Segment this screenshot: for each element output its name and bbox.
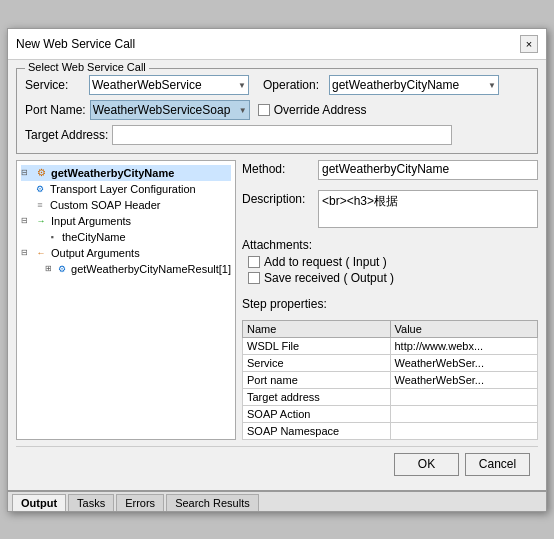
bottom-tabs: Output Tasks Errors Search Results <box>8 490 546 511</box>
table-cell-name: SOAP Action <box>243 405 391 422</box>
table-row: Target address <box>243 388 538 405</box>
operation-combo-value: getWeatherbyCityName <box>332 78 496 92</box>
soap-icon: ≡ <box>33 198 47 212</box>
target-row: Target Address: <box>25 125 529 145</box>
tree-item-output-args[interactable]: ⊟ ← Output Arguments <box>21 245 231 261</box>
col-value-header: Value <box>390 320 538 337</box>
result-icon: ⚙ <box>56 262 68 276</box>
service-label: Service: <box>25 78 85 92</box>
attachments-section: Attachments: Add to request ( Input ) Sa… <box>242 238 538 287</box>
ok-button[interactable]: OK <box>394 453 459 476</box>
tree-item-label: getWeatherbyCityNameResult[1] <box>71 263 231 275</box>
target-address-input[interactable] <box>112 125 452 145</box>
table-cell-value <box>390 405 538 422</box>
save-received-row: Save received ( Output ) <box>248 271 538 285</box>
arg-icon: → <box>34 214 48 228</box>
tree-item-input-args[interactable]: ⊟ → Input Arguments <box>21 213 231 229</box>
port-row: Port Name: WeatherWebServiceSoap ▼ Overr… <box>25 100 529 120</box>
table-cell-value <box>390 388 538 405</box>
port-label: Port Name: <box>25 103 86 117</box>
expand-icon: ⊟ <box>21 248 31 257</box>
operation-combo[interactable]: getWeatherbyCityName ▼ <box>329 75 499 95</box>
table-cell-name: Target address <box>243 388 391 405</box>
table-row: SOAP Action <box>243 405 538 422</box>
operation-combo-arrow-icon: ▼ <box>488 80 496 89</box>
description-label: Description: <box>242 190 314 206</box>
dialog-title: New Web Service Call <box>16 37 135 51</box>
service-combo-arrow-icon: ▼ <box>238 80 246 89</box>
table-cell-value: WeatherWebSer... <box>390 354 538 371</box>
target-label: Target Address: <box>25 128 108 142</box>
dialog-body: Select Web Service Call Service: Weather… <box>8 60 546 490</box>
main-content: ⊟ ⚙ getWeatherbyCityName ⚙ Transport Lay… <box>16 160 538 440</box>
leaf-icon: ▪ <box>45 230 59 244</box>
service-combo-value: WeatherWebService <box>92 78 246 92</box>
table-row: Port name WeatherWebSer... <box>243 371 538 388</box>
out-arg-icon: ← <box>34 246 48 260</box>
table-row: Service WeatherWebSer... <box>243 354 538 371</box>
save-received-checkbox[interactable] <box>248 272 260 284</box>
method-row: Method: getWeatherbyCityName <box>242 160 538 180</box>
table-cell-name: Port name <box>243 371 391 388</box>
dialog-footer: OK Cancel <box>16 446 538 482</box>
operation-group: Operation: getWeatherbyCityName ▼ <box>263 75 499 95</box>
group-label: Select Web Service Call <box>25 61 149 73</box>
table-row: SOAP Namespace <box>243 422 538 439</box>
override-checkbox[interactable] <box>258 104 270 116</box>
table-cell-name: Service <box>243 354 391 371</box>
service-row: Service: WeatherWebService ▼ Operation: … <box>25 75 529 95</box>
tree-item-label: Input Arguments <box>51 215 131 227</box>
port-combo-value: WeatherWebServiceSoap <box>93 103 247 117</box>
tree-root[interactable]: ⊟ ⚙ getWeatherbyCityName <box>21 165 231 181</box>
col-name-header: Name <box>243 320 391 337</box>
expand-icon: ⊟ <box>21 216 31 225</box>
title-bar: New Web Service Call × <box>8 29 546 60</box>
add-request-checkbox[interactable] <box>248 256 260 268</box>
method-value: getWeatherbyCityName <box>318 160 538 180</box>
tree-panel: ⊟ ⚙ getWeatherbyCityName ⚙ Transport Lay… <box>16 160 236 440</box>
tab-search-results[interactable]: Search Results <box>166 494 259 511</box>
port-combo-arrow-icon: ▼ <box>239 105 247 114</box>
tree-item-soap-header[interactable]: ≡ Custom SOAP Header <box>33 197 231 213</box>
tab-errors[interactable]: Errors <box>116 494 164 511</box>
table-cell-name: SOAP Namespace <box>243 422 391 439</box>
service-combo[interactable]: WeatherWebService ▼ <box>89 75 249 95</box>
tree-item-label: Output Arguments <box>51 247 140 259</box>
attachments-label: Attachments: <box>242 238 538 252</box>
method-label: Method: <box>242 160 314 176</box>
table-cell-value: WeatherWebSer... <box>390 371 538 388</box>
table-row: WSDL File http://www.webx... <box>243 337 538 354</box>
tree-item-label: theCityName <box>62 231 126 243</box>
right-panel: Method: getWeatherbyCityName Description… <box>242 160 538 440</box>
tree-item-transport[interactable]: ⚙ Transport Layer Configuration <box>33 181 231 197</box>
add-request-row: Add to request ( Input ) <box>248 255 538 269</box>
tree-item-result[interactable]: ⊞ ⚙ getWeatherbyCityNameResult[1] <box>45 261 231 277</box>
table-cell-value <box>390 422 538 439</box>
close-button[interactable]: × <box>520 35 538 53</box>
tree-item-label: Custom SOAP Header <box>50 199 160 211</box>
tree-root-label: getWeatherbyCityName <box>51 167 174 179</box>
port-combo[interactable]: WeatherWebServiceSoap ▼ <box>90 100 250 120</box>
method-icon: ⚙ <box>34 166 48 180</box>
cancel-button[interactable]: Cancel <box>465 453 530 476</box>
description-value: <br><h3>根据 <box>318 190 538 228</box>
save-received-label: Save received ( Output ) <box>264 271 394 285</box>
override-label: Override Address <box>274 103 367 117</box>
add-request-label: Add to request ( Input ) <box>264 255 387 269</box>
expand-icon-result: ⊞ <box>45 264 53 273</box>
config-icon: ⚙ <box>33 182 47 196</box>
tree-item-label: Transport Layer Configuration <box>50 183 196 195</box>
step-props-label: Step properties: <box>242 297 538 311</box>
tree-item-city-name[interactable]: ▪ theCityName <box>45 229 231 245</box>
override-row: Override Address <box>258 103 367 117</box>
tab-output[interactable]: Output <box>12 494 66 511</box>
step-props-table: Name Value WSDL File http://www.webx... … <box>242 320 538 440</box>
table-cell-name: WSDL File <box>243 337 391 354</box>
table-cell-value: http://www.webx... <box>390 337 538 354</box>
description-row: Description: <br><h3>根据 <box>242 190 538 228</box>
expand-icon: ⊟ <box>21 168 31 177</box>
operation-label: Operation: <box>263 78 323 92</box>
dialog: New Web Service Call × Select Web Servic… <box>7 28 547 512</box>
service-group: Select Web Service Call Service: Weather… <box>16 68 538 154</box>
tab-tasks[interactable]: Tasks <box>68 494 114 511</box>
